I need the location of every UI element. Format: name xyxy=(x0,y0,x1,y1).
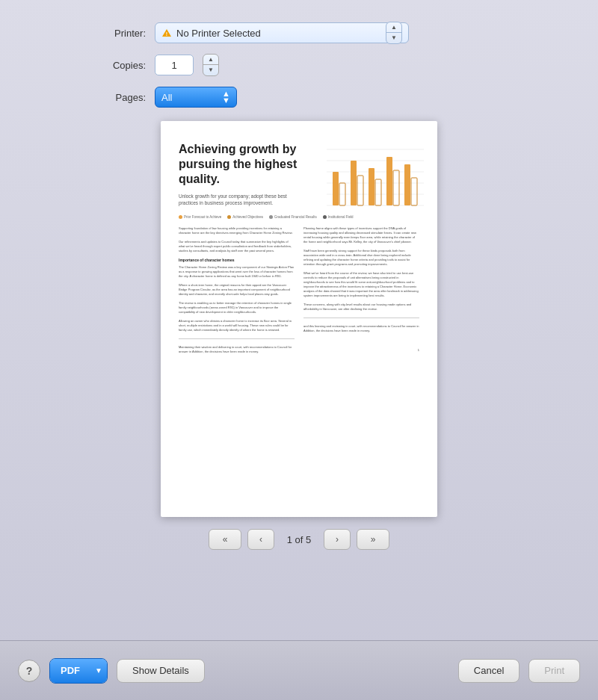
warning-icon: ! xyxy=(161,28,172,37)
doc-legend: Prior Forecast to Achieve Achieved Objec… xyxy=(179,215,419,219)
doc-column-right: Planning frame aligns with these types o… xyxy=(303,226,419,359)
legend-item-4: Institutional Field xyxy=(323,215,354,219)
copies-down-button[interactable]: ▼ xyxy=(203,65,218,75)
para-r-1: Planning frame aligns with these types o… xyxy=(303,226,419,244)
page-navigation: « ‹ 1 of 5 › » xyxy=(209,529,389,550)
first-page-button[interactable]: « xyxy=(209,529,241,550)
show-details-button[interactable]: Show Details xyxy=(117,659,205,683)
next-page-button[interactable]: › xyxy=(324,529,351,550)
copies-up-button[interactable]: ▲ xyxy=(203,55,218,65)
pdf-main-button[interactable]: PDF xyxy=(50,659,90,683)
legend-label-2: Achieved Objectives xyxy=(232,215,263,219)
para-3: The Character Home Zoning Review was a k… xyxy=(179,265,295,279)
legend-dot-4 xyxy=(323,215,327,219)
printer-row: Printer: ! No Printer Selected ▲ ▼ xyxy=(90,22,508,43)
form-area: Printer: ! No Printer Selected ▲ ▼ xyxy=(45,22,553,108)
printer-select-inner: ! No Printer Selected xyxy=(161,28,386,39)
svg-rect-17 xyxy=(411,178,417,205)
bottom-toolbar: ? PDF ▼ Show Details Cancel Print xyxy=(0,640,598,700)
para-r-footer: and this learning and reviewing in court… xyxy=(303,324,419,333)
copies-row: Copies: ▲ ▼ xyxy=(90,54,508,76)
pages-dropdown[interactable]: All ▲ ▼ xyxy=(155,87,237,108)
para-1: Supporting foundation of law housing whi… xyxy=(179,226,295,235)
doc-column-left: Supporting foundation of law housing whi… xyxy=(179,226,295,359)
printer-value: No Printer Selected xyxy=(176,28,261,39)
divider-2 xyxy=(303,318,419,318)
para-r-2: Staff have been generally strong support… xyxy=(303,249,419,267)
page-number: 1 xyxy=(303,348,419,353)
legend-dot-2 xyxy=(227,215,231,219)
para-2: Our refinements and updates to Council t… xyxy=(179,240,295,253)
legend-dot-3 xyxy=(269,215,273,219)
legend-item-2: Achieved Objectives xyxy=(227,215,263,219)
para-6: Allowing an owner who obtains a characte… xyxy=(179,319,295,332)
svg-rect-15 xyxy=(393,170,399,205)
svg-rect-16 xyxy=(404,164,410,205)
printer-stepper[interactable]: ▲ ▼ xyxy=(386,22,402,44)
printer-down-button[interactable]: ▼ xyxy=(386,33,401,43)
document-preview: Achieving growth by pursuing the highest… xyxy=(161,121,437,517)
printer-up-button[interactable]: ▲ xyxy=(386,22,401,33)
last-page-button[interactable]: » xyxy=(357,529,389,550)
divider-1 xyxy=(179,338,295,339)
pages-row: Pages: All ▲ ▼ xyxy=(90,87,508,108)
svg-rect-8 xyxy=(333,172,339,205)
help-button[interactable]: ? xyxy=(18,660,40,682)
printer-dropdown[interactable]: ! No Printer Selected ▲ ▼ xyxy=(155,22,409,43)
copies-input[interactable] xyxy=(155,55,194,75)
para-4: Where a short-term home, the original re… xyxy=(179,283,295,297)
pages-label: Pages: xyxy=(90,92,146,103)
legend-dot-1 xyxy=(179,215,182,219)
para-r-4: These concerns, along with city-level re… xyxy=(303,303,419,312)
doc-body-columns: Supporting foundation of law housing whi… xyxy=(179,226,419,359)
legend-item-1: Prior Forecast to Achieve xyxy=(179,215,221,219)
chart-area xyxy=(327,142,424,209)
doc-subtitle: Unlock growth for your company; adopt th… xyxy=(179,193,306,206)
print-button[interactable]: Print xyxy=(528,659,580,683)
printer-label: Printer: xyxy=(90,28,146,39)
svg-rect-12 xyxy=(369,168,374,205)
pages-value: All xyxy=(161,92,222,103)
svg-text:!: ! xyxy=(166,31,167,37)
page-indicator: 1 of 5 xyxy=(280,534,318,545)
print-dialog: Printer: ! No Printer Selected ▲ ▼ xyxy=(0,0,598,700)
para-r-3: What we've heard from the course of the … xyxy=(303,271,419,298)
doc-content: Achieving growth by pursuing the highest… xyxy=(161,121,437,517)
copies-label: Copies: xyxy=(90,60,146,71)
doc-title: Achieving growth by pursuing the highest… xyxy=(179,142,306,187)
legend-label-1: Prior Forecast to Achieve xyxy=(184,215,221,219)
chart-svg xyxy=(327,142,424,209)
para-footer-1: Maintaining their wisdom and delivering … xyxy=(179,345,295,354)
section-title-1: Importance of character homes xyxy=(179,258,295,262)
pdf-button-group: PDF ▼ xyxy=(49,658,108,684)
legend-item-3: Graduated Financial Results xyxy=(269,215,317,219)
pdf-arrow-button[interactable]: ▼ xyxy=(90,659,107,683)
para-5: The review is enabling us to better mana… xyxy=(179,301,295,315)
svg-rect-10 xyxy=(351,161,357,205)
svg-rect-14 xyxy=(386,157,392,205)
pages-chevron-icon: ▲ ▼ xyxy=(222,90,230,104)
svg-rect-11 xyxy=(357,176,363,205)
prev-page-button[interactable]: ‹ xyxy=(247,529,274,550)
copies-stepper[interactable]: ▲ ▼ xyxy=(203,54,219,76)
cancel-button[interactable]: Cancel xyxy=(458,659,520,683)
legend-label-4: Institutional Field xyxy=(328,215,354,219)
legend-label-3: Graduated Financial Results xyxy=(274,215,317,219)
